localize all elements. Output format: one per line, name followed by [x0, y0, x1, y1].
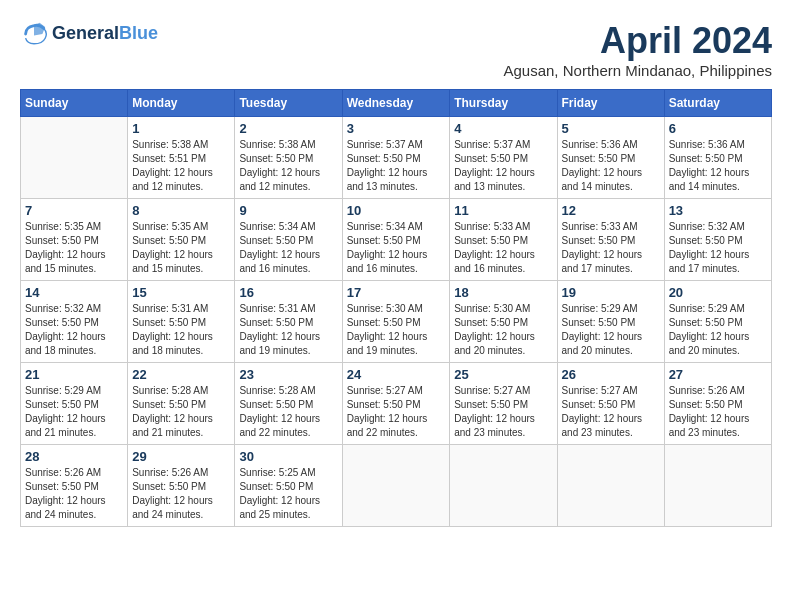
- day-info: Sunrise: 5:29 AMSunset: 5:50 PMDaylight:…: [562, 302, 660, 358]
- col-header-tuesday: Tuesday: [235, 90, 342, 117]
- day-number: 5: [562, 121, 660, 136]
- day-number: 28: [25, 449, 123, 464]
- calendar-cell: 10Sunrise: 5:34 AMSunset: 5:50 PMDayligh…: [342, 199, 450, 281]
- day-info: Sunrise: 5:31 AMSunset: 5:50 PMDaylight:…: [132, 302, 230, 358]
- calendar-cell: [664, 445, 771, 527]
- day-info: Sunrise: 5:36 AMSunset: 5:50 PMDaylight:…: [562, 138, 660, 194]
- day-info: Sunrise: 5:34 AMSunset: 5:50 PMDaylight:…: [347, 220, 446, 276]
- calendar-cell: 30Sunrise: 5:25 AMSunset: 5:50 PMDayligh…: [235, 445, 342, 527]
- calendar-cell: 26Sunrise: 5:27 AMSunset: 5:50 PMDayligh…: [557, 363, 664, 445]
- day-info: Sunrise: 5:31 AMSunset: 5:50 PMDaylight:…: [239, 302, 337, 358]
- calendar-cell: 13Sunrise: 5:32 AMSunset: 5:50 PMDayligh…: [664, 199, 771, 281]
- logo-icon: [20, 20, 48, 48]
- calendar-cell: 8Sunrise: 5:35 AMSunset: 5:50 PMDaylight…: [128, 199, 235, 281]
- calendar-cell: 18Sunrise: 5:30 AMSunset: 5:50 PMDayligh…: [450, 281, 557, 363]
- day-number: 16: [239, 285, 337, 300]
- calendar-cell: 5Sunrise: 5:36 AMSunset: 5:50 PMDaylight…: [557, 117, 664, 199]
- calendar-cell: 16Sunrise: 5:31 AMSunset: 5:50 PMDayligh…: [235, 281, 342, 363]
- day-info: Sunrise: 5:28 AMSunset: 5:50 PMDaylight:…: [239, 384, 337, 440]
- day-info: Sunrise: 5:32 AMSunset: 5:50 PMDaylight:…: [669, 220, 767, 276]
- day-number: 8: [132, 203, 230, 218]
- calendar-week-1: 1Sunrise: 5:38 AMSunset: 5:51 PMDaylight…: [21, 117, 772, 199]
- day-number: 15: [132, 285, 230, 300]
- day-number: 6: [669, 121, 767, 136]
- day-info: Sunrise: 5:33 AMSunset: 5:50 PMDaylight:…: [454, 220, 552, 276]
- day-info: Sunrise: 5:26 AMSunset: 5:50 PMDaylight:…: [669, 384, 767, 440]
- calendar-cell: 25Sunrise: 5:27 AMSunset: 5:50 PMDayligh…: [450, 363, 557, 445]
- day-info: Sunrise: 5:28 AMSunset: 5:50 PMDaylight:…: [132, 384, 230, 440]
- day-info: Sunrise: 5:26 AMSunset: 5:50 PMDaylight:…: [132, 466, 230, 522]
- day-info: Sunrise: 5:37 AMSunset: 5:50 PMDaylight:…: [454, 138, 552, 194]
- calendar-cell: 4Sunrise: 5:37 AMSunset: 5:50 PMDaylight…: [450, 117, 557, 199]
- day-number: 10: [347, 203, 446, 218]
- col-header-friday: Friday: [557, 90, 664, 117]
- day-number: 29: [132, 449, 230, 464]
- day-number: 1: [132, 121, 230, 136]
- page-header: GeneralBlue April 2024 Agusan, Northern …: [20, 20, 772, 79]
- day-number: 30: [239, 449, 337, 464]
- logo: GeneralBlue: [20, 20, 158, 48]
- day-number: 27: [669, 367, 767, 382]
- logo-text: GeneralBlue: [52, 24, 158, 44]
- calendar-cell: 17Sunrise: 5:30 AMSunset: 5:50 PMDayligh…: [342, 281, 450, 363]
- day-number: 4: [454, 121, 552, 136]
- calendar-cell: 12Sunrise: 5:33 AMSunset: 5:50 PMDayligh…: [557, 199, 664, 281]
- day-number: 21: [25, 367, 123, 382]
- day-number: 2: [239, 121, 337, 136]
- day-number: 25: [454, 367, 552, 382]
- calendar-cell: 21Sunrise: 5:29 AMSunset: 5:50 PMDayligh…: [21, 363, 128, 445]
- day-info: Sunrise: 5:34 AMSunset: 5:50 PMDaylight:…: [239, 220, 337, 276]
- day-info: Sunrise: 5:25 AMSunset: 5:50 PMDaylight:…: [239, 466, 337, 522]
- calendar-cell: 20Sunrise: 5:29 AMSunset: 5:50 PMDayligh…: [664, 281, 771, 363]
- calendar-cell: [557, 445, 664, 527]
- calendar-cell: 28Sunrise: 5:26 AMSunset: 5:50 PMDayligh…: [21, 445, 128, 527]
- day-info: Sunrise: 5:35 AMSunset: 5:50 PMDaylight:…: [132, 220, 230, 276]
- day-info: Sunrise: 5:38 AMSunset: 5:50 PMDaylight:…: [239, 138, 337, 194]
- calendar-cell: 29Sunrise: 5:26 AMSunset: 5:50 PMDayligh…: [128, 445, 235, 527]
- day-info: Sunrise: 5:30 AMSunset: 5:50 PMDaylight:…: [347, 302, 446, 358]
- calendar-cell: 1Sunrise: 5:38 AMSunset: 5:51 PMDaylight…: [128, 117, 235, 199]
- day-number: 17: [347, 285, 446, 300]
- day-number: 23: [239, 367, 337, 382]
- day-info: Sunrise: 5:38 AMSunset: 5:51 PMDaylight:…: [132, 138, 230, 194]
- day-info: Sunrise: 5:27 AMSunset: 5:50 PMDaylight:…: [454, 384, 552, 440]
- day-number: 24: [347, 367, 446, 382]
- day-info: Sunrise: 5:35 AMSunset: 5:50 PMDaylight:…: [25, 220, 123, 276]
- col-header-monday: Monday: [128, 90, 235, 117]
- day-number: 18: [454, 285, 552, 300]
- calendar-cell: 14Sunrise: 5:32 AMSunset: 5:50 PMDayligh…: [21, 281, 128, 363]
- calendar-cell: 9Sunrise: 5:34 AMSunset: 5:50 PMDaylight…: [235, 199, 342, 281]
- calendar-cell: 27Sunrise: 5:26 AMSunset: 5:50 PMDayligh…: [664, 363, 771, 445]
- calendar-cell: 15Sunrise: 5:31 AMSunset: 5:50 PMDayligh…: [128, 281, 235, 363]
- day-info: Sunrise: 5:26 AMSunset: 5:50 PMDaylight:…: [25, 466, 123, 522]
- calendar-cell: 3Sunrise: 5:37 AMSunset: 5:50 PMDaylight…: [342, 117, 450, 199]
- day-info: Sunrise: 5:27 AMSunset: 5:50 PMDaylight:…: [347, 384, 446, 440]
- day-number: 13: [669, 203, 767, 218]
- day-number: 14: [25, 285, 123, 300]
- day-info: Sunrise: 5:33 AMSunset: 5:50 PMDaylight:…: [562, 220, 660, 276]
- location-subtitle: Agusan, Northern Mindanao, Philippines: [504, 62, 773, 79]
- day-info: Sunrise: 5:36 AMSunset: 5:50 PMDaylight:…: [669, 138, 767, 194]
- calendar-table: SundayMondayTuesdayWednesdayThursdayFrid…: [20, 89, 772, 527]
- calendar-cell: 11Sunrise: 5:33 AMSunset: 5:50 PMDayligh…: [450, 199, 557, 281]
- day-number: 9: [239, 203, 337, 218]
- calendar-cell: 7Sunrise: 5:35 AMSunset: 5:50 PMDaylight…: [21, 199, 128, 281]
- calendar-cell: [342, 445, 450, 527]
- day-info: Sunrise: 5:29 AMSunset: 5:50 PMDaylight:…: [25, 384, 123, 440]
- calendar-cell: [21, 117, 128, 199]
- day-number: 20: [669, 285, 767, 300]
- calendar-week-5: 28Sunrise: 5:26 AMSunset: 5:50 PMDayligh…: [21, 445, 772, 527]
- month-title: April 2024: [504, 20, 773, 62]
- day-info: Sunrise: 5:29 AMSunset: 5:50 PMDaylight:…: [669, 302, 767, 358]
- col-header-saturday: Saturday: [664, 90, 771, 117]
- calendar-cell: 6Sunrise: 5:36 AMSunset: 5:50 PMDaylight…: [664, 117, 771, 199]
- day-info: Sunrise: 5:32 AMSunset: 5:50 PMDaylight:…: [25, 302, 123, 358]
- day-number: 7: [25, 203, 123, 218]
- day-number: 3: [347, 121, 446, 136]
- calendar-cell: 2Sunrise: 5:38 AMSunset: 5:50 PMDaylight…: [235, 117, 342, 199]
- day-number: 26: [562, 367, 660, 382]
- calendar-week-2: 7Sunrise: 5:35 AMSunset: 5:50 PMDaylight…: [21, 199, 772, 281]
- calendar-cell: 22Sunrise: 5:28 AMSunset: 5:50 PMDayligh…: [128, 363, 235, 445]
- calendar-header-row: SundayMondayTuesdayWednesdayThursdayFrid…: [21, 90, 772, 117]
- title-area: April 2024 Agusan, Northern Mindanao, Ph…: [504, 20, 773, 79]
